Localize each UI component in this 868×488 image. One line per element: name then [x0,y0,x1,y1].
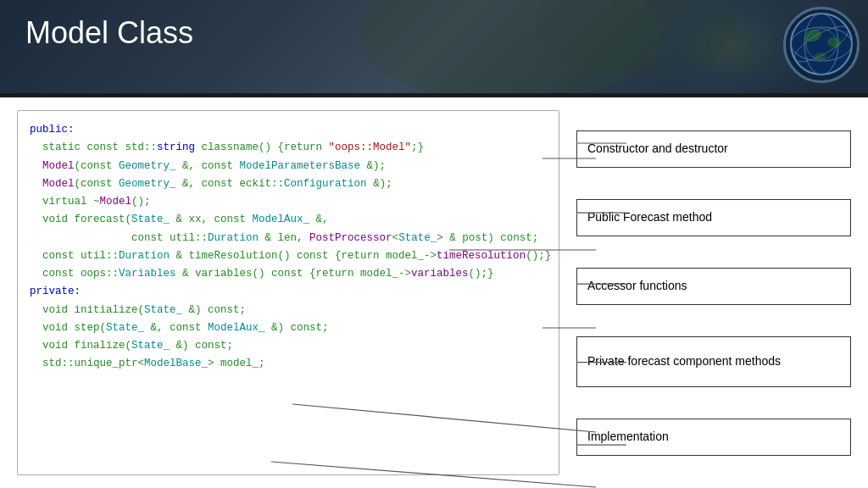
logo-text [787,10,855,80]
annotation-implementation: Implementation [576,419,851,456]
code-line-model_ctor1: Model(const Geometry_ &, const ModelPara… [30,158,547,175]
code-line-variables: const oops::Variables & variables() cons… [30,265,547,283]
code-line-init: void initialize(State_ &) const; [30,302,547,319]
code-line-forecast2: const util::Duration & len, PostProcesso… [30,230,547,247]
annotation-accessor: Accessor functions [576,268,851,305]
annotations-panel: Constructor and destructor Public Foreca… [576,110,851,475]
svg-point-0 [791,14,852,75]
page-title: Model Class [25,15,193,51]
code-line-step: void step(State_ &, const ModelAux_ &) c… [30,319,547,337]
code-line-forecast1: void forecast(State_ & xx, const ModelAu… [30,211,547,229]
code-line-destructor: virtual ~Model(); [30,193,547,211]
code-line-model_ptr: std::unique_ptr<ModelBase_> model_; [30,355,547,373]
annotation-private-methods: Private forecast component methods [576,336,851,387]
code-line-model_ctor2: Model(const Geometry_ &, const eckit::Co… [30,175,547,193]
code-line-priv: private: [30,283,547,301]
code-line-pub: public: [30,121,547,139]
code-line-time_res: const util::Duration & timeResolution() … [30,247,547,265]
main-content: public: static const std::string classna… [0,97,868,488]
annotation-forecast: Public Forecast method [576,199,851,236]
code-line-classname: static const std::string classname() {re… [30,139,547,157]
logo [783,7,860,83]
code-block: public: static const std::string classna… [17,110,559,475]
annotation-constructor: Constructor and destructor [576,130,851,168]
code-line-finalize: void finalize(State_ &) const; [30,337,547,355]
